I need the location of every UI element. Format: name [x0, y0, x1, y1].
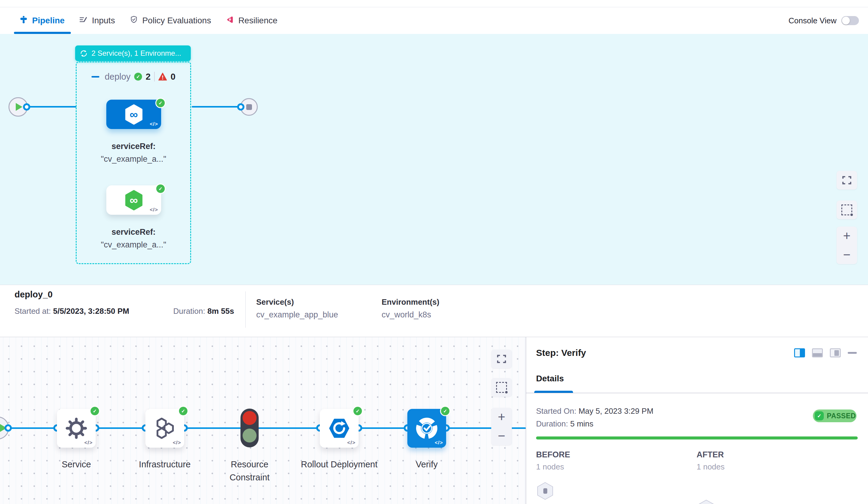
step-label: Verify	[396, 458, 457, 471]
before-header: BEFORE	[536, 450, 570, 460]
after-node-hexagon[interactable]	[699, 500, 714, 504]
step-label: Rollout Deployment	[300, 458, 379, 471]
status-passed-badge: ✓ PASSED	[813, 410, 857, 422]
zoom-in-button[interactable]: +	[491, 408, 512, 426]
details-tab-divider	[526, 393, 868, 393]
service-node-1[interactable]: ∞ ✓ </>	[106, 100, 161, 129]
info-divider	[245, 291, 246, 328]
connector-line	[359, 428, 407, 429]
code-icon: </>	[149, 121, 158, 127]
code-icon: </>	[173, 440, 181, 446]
connector-line	[8, 428, 57, 429]
tab-resilience-label: Resilience	[238, 16, 277, 25]
stage-badge-label: 2 Service(s), 1 Environme...	[92, 49, 181, 58]
loop-icon	[80, 49, 88, 58]
shield-check-icon	[130, 16, 138, 26]
tab-policy-evaluations-label: Policy Evaluations	[142, 16, 211, 25]
services-header: Service(s)	[256, 297, 294, 307]
count-divider	[154, 72, 155, 82]
active-tab-underline	[14, 32, 71, 34]
pipeline-icon	[19, 16, 28, 26]
tab-details[interactable]: Details	[536, 374, 564, 383]
fit-to-screen-button[interactable]	[837, 171, 857, 189]
status-success-badge: ✓	[90, 406, 100, 416]
connector-line	[446, 428, 526, 429]
tab-pipeline-label: Pipeline	[32, 16, 64, 25]
before-node-count: 1 nodes	[536, 462, 564, 472]
verification-progress-bar	[536, 436, 858, 440]
environments-value[interactable]: cv_world_k8s	[382, 310, 431, 320]
after-node-count: 1 nodes	[696, 462, 725, 472]
step-details-title: Step: Verify	[536, 348, 586, 358]
rollout-icon	[327, 416, 351, 440]
success-count: 2	[146, 72, 151, 82]
zoom-control-group: + −	[837, 227, 857, 264]
service-ref-label: serviceRef: "cv_example_a..."	[85, 140, 182, 165]
check-icon: ✓	[815, 411, 824, 420]
before-node-hexagon[interactable]	[537, 482, 553, 500]
status-success-badge: ✓	[352, 406, 363, 416]
execution-info-bar	[0, 285, 868, 337]
step-resource-constraint[interactable]	[240, 409, 259, 448]
service-ref-label: serviceRef: "cv_example_a..."	[85, 226, 182, 251]
fit-to-screen-button[interactable]	[491, 350, 512, 368]
stage-name: deploy	[105, 72, 131, 82]
harness-service-icon: ∞	[124, 190, 143, 210]
layout-floating-panel-button[interactable]	[830, 348, 841, 357]
connector-line	[192, 106, 240, 107]
execution-tabbar: Pipeline Inputs Policy Evaluations Resil…	[0, 7, 868, 34]
console-view-toggle[interactable]	[841, 16, 859, 25]
minimize-panel-button[interactable]	[848, 352, 857, 354]
stage-canvas[interactable]: 2 Service(s), 1 Environme... deploy ✓ 2 …	[0, 34, 868, 285]
play-icon	[16, 103, 22, 111]
status-success-badge: ✓	[440, 406, 450, 416]
resilience-chaos-icon	[226, 16, 234, 26]
selection-mode-button[interactable]	[491, 378, 512, 397]
step-canvas[interactable]: ✓ </> Service ✓ </> Infrastructure Resou…	[0, 337, 526, 504]
tab-inputs-label: Inputs	[92, 16, 115, 25]
step-infrastructure[interactable]: ✓ </>	[145, 409, 184, 448]
connector-port	[23, 103, 30, 111]
tab-inputs[interactable]: Inputs	[79, 16, 115, 26]
tab-resilience[interactable]: Resilience	[226, 16, 277, 26]
code-icon: </>	[149, 207, 158, 213]
started-at: Started at: 5/5/2023, 3:28:50 PM	[14, 307, 129, 316]
status-success-badge: ✓	[155, 98, 166, 108]
tab-pipeline[interactable]: Pipeline	[19, 16, 64, 26]
stage-services-badge[interactable]: 2 Service(s), 1 Environme...	[75, 45, 191, 61]
service-node-2[interactable]: ∞ ✓ </>	[106, 185, 161, 215]
environments-header: Environment(s)	[382, 297, 440, 307]
step-started-on: Started On: May 5, 2023 3:29 PM	[536, 407, 653, 416]
collapse-stage-button[interactable]	[92, 76, 99, 78]
harness-service-icon: ∞	[124, 104, 143, 125]
layout-bottom-panel-button[interactable]	[812, 348, 823, 357]
zoom-control-group: + −	[491, 408, 512, 445]
code-icon: </>	[347, 440, 355, 446]
after-header: AFTER	[696, 450, 724, 460]
selection-mode-button[interactable]	[837, 200, 857, 219]
step-label: Resource Constraint	[213, 458, 286, 484]
code-icon: </>	[435, 440, 443, 446]
window-top-strip	[0, 0, 868, 7]
traffic-light-green	[242, 429, 257, 443]
zoom-in-button[interactable]: +	[837, 227, 857, 245]
status-success-badge: ✓	[155, 184, 166, 194]
connector-port	[237, 103, 245, 111]
step-rollout-deployment[interactable]: ✓ </>	[320, 409, 359, 448]
zoom-out-button[interactable]: −	[491, 426, 512, 445]
step-service[interactable]: ✓ </>	[57, 409, 96, 448]
connector-line	[29, 106, 76, 107]
panel-layout-controls	[794, 348, 857, 357]
connector-port	[4, 424, 12, 432]
stop-icon	[246, 104, 252, 110]
status-passed-label: PASSED	[827, 412, 856, 420]
zoom-out-button[interactable]: −	[837, 245, 857, 264]
step-verify[interactable]: ✓ </>	[407, 409, 446, 448]
tab-policy-evaluations[interactable]: Policy Evaluations	[130, 16, 211, 26]
layout-right-panel-button[interactable]	[794, 348, 805, 357]
step-label: Service	[46, 458, 107, 471]
services-value[interactable]: cv_example_app_blue	[256, 310, 338, 320]
step-label: Infrastructure	[119, 458, 210, 471]
console-view-control: Console View	[788, 7, 859, 34]
toggle-knob	[842, 17, 850, 24]
